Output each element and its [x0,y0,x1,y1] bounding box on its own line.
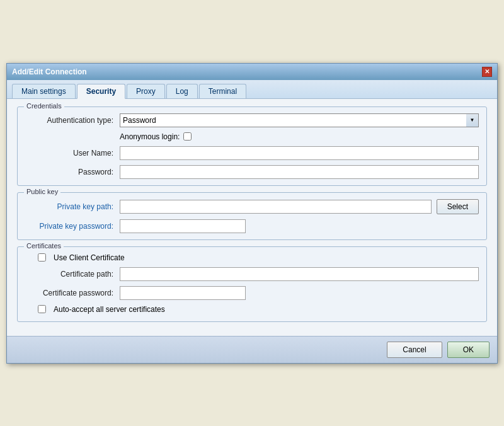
certificates-section: Certificates Use Client Certificate Cert… [17,246,487,322]
tab-security[interactable]: Security [77,84,125,99]
cert-password-row: Certificate password: [25,286,479,300]
username-row: User Name: [25,146,479,160]
password-label: Password: [25,168,120,176]
auth-type-label: Authentication type: [25,116,120,125]
auto-accept-checkbox[interactable] [38,305,46,313]
main-window: Add/Edit Connection ✕ Main settings Secu… [6,63,498,364]
anon-login-checkbox[interactable] [183,132,192,141]
certificates-label: Certificates [24,242,64,250]
cert-path-label: Certificate path: [25,270,120,279]
use-client-cert-checkbox[interactable] [38,253,46,262]
public-key-section: Public key Private key path: Select Priv… [17,192,487,240]
tab-log[interactable]: Log [166,84,198,98]
auto-accept-label: Auto-accept all server certificates [54,305,165,314]
public-key-label: Public key [24,188,60,195]
auto-accept-row: Auto-accept all server certificates [38,305,479,314]
cancel-button[interactable]: Cancel [387,342,442,358]
cert-path-row: Certificate path: [25,267,479,281]
private-key-password-row: Private key password: [25,219,479,233]
private-key-path-label: Private key path: [25,202,120,211]
cert-password-label: Certificate password: [25,289,120,297]
username-label: User Name: [25,149,120,158]
tab-terminal[interactable]: Terminal [199,84,246,98]
ok-button[interactable]: OK [447,342,490,358]
tab-proxy[interactable]: Proxy [127,84,165,98]
auth-type-row: Authentication type: Password Public key… [25,113,479,127]
tab-main-settings[interactable]: Main settings [12,84,76,98]
credentials-section: Credentials Authentication type: Passwor… [17,106,487,186]
use-client-cert-label: Use Client Certificate [54,253,125,262]
private-key-password-input[interactable] [120,219,246,233]
credentials-label: Credentials [24,102,64,110]
content-area: Credentials Authentication type: Passwor… [7,99,497,336]
title-bar: Add/Edit Connection ✕ [7,64,497,80]
username-input[interactable] [120,146,479,160]
footer-bar: Cancel OK [7,336,497,363]
close-button[interactable]: ✕ [482,67,492,77]
auth-type-select-wrapper: Password Public key Keyboard interactive… [120,113,479,127]
anon-login-row: Anonymous login: [120,132,479,141]
password-row: Password: [25,165,479,179]
cert-password-input[interactable] [120,286,246,300]
tabs-bar: Main settings Security Proxy Log Termina… [7,80,497,99]
select-button[interactable]: Select [437,199,479,214]
cert-path-input[interactable] [120,267,479,281]
window-title: Add/Edit Connection [12,67,87,76]
use-client-cert-row: Use Client Certificate [38,253,479,262]
auth-type-select[interactable]: Password Public key Keyboard interactive [120,113,479,127]
anon-login-label: Anonymous login: [120,132,180,141]
private-key-path-row: Private key path: Select [25,199,479,214]
password-input[interactable] [120,165,479,179]
private-key-password-label: Private key password: [25,222,120,231]
private-key-path-input[interactable] [120,200,432,214]
